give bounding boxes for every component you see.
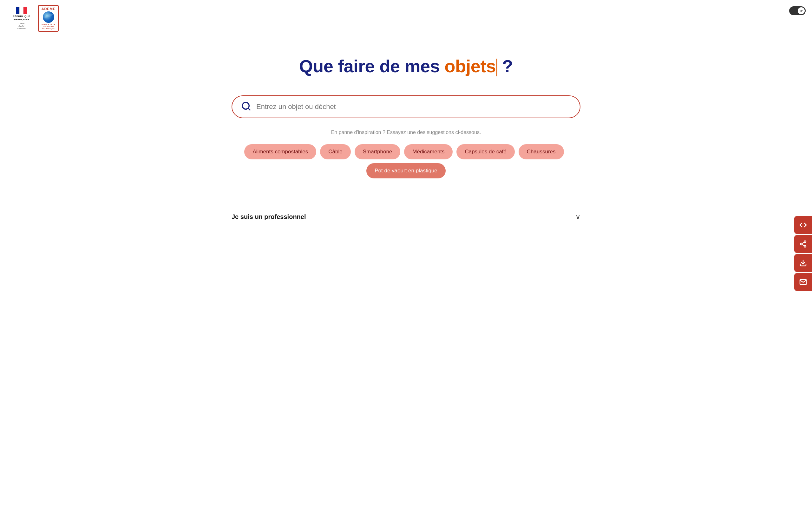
french-flag (16, 7, 27, 14)
suggestion-text: En panne d'inspiration ? Essayez une des… (331, 130, 481, 135)
contact-button[interactable] (794, 273, 812, 291)
logos-container: RÉPUBLIQUE FRANÇAISE Liberté Égalité Fra… (13, 5, 59, 32)
chip-smartphone[interactable]: Smartphone (355, 144, 401, 159)
sidebar-buttons (794, 216, 812, 291)
flag-red (23, 7, 27, 14)
accessibility-toggle-container: 👁 (789, 6, 806, 15)
share-button[interactable] (794, 235, 812, 253)
mail-icon (799, 278, 807, 286)
title-part2: ? (497, 56, 513, 76)
chips-container: Aliments compostables Câble Smartphone M… (232, 144, 580, 178)
professional-section: Je suis un professionnel ∨ (232, 204, 580, 230)
ademe-subtitle: AGENCE DE LATRANSITIONÉCOLOGIQUE (42, 23, 55, 30)
logo-ademe: ADEME AGENCE DE LATRANSITIONÉCOLOGIQUE (38, 5, 59, 32)
share-icon (799, 240, 807, 248)
rf-name: RÉPUBLIQUE FRANÇAISE (13, 15, 30, 21)
search-container (232, 95, 580, 118)
eye-icon: 👁 (800, 9, 803, 13)
flag-white (19, 7, 23, 14)
flag-blue (16, 7, 19, 14)
title-highlight: objets (444, 56, 497, 76)
professional-title: Je suis un professionnel (232, 213, 306, 221)
chip-medicaments[interactable]: Médicaments (404, 144, 453, 159)
logo-republique-francaise: RÉPUBLIQUE FRANÇAISE Liberté Égalité Fra… (13, 7, 30, 30)
chip-chaussures[interactable]: Chaussures (519, 144, 564, 159)
main-title: Que faire de mes objets ? (299, 56, 513, 76)
rf-motto: Liberté Égalité Fraternité (17, 22, 26, 30)
chip-aliments-compostables[interactable]: Aliments compostables (244, 144, 316, 159)
search-icon (241, 101, 251, 112)
chevron-down-icon: ∨ (575, 213, 580, 221)
svg-line-6 (802, 242, 804, 244)
chip-cable[interactable]: Câble (320, 144, 351, 159)
main-content: Que faire de mes objets ? En panne d'ins… (0, 37, 812, 243)
code-icon (799, 221, 807, 229)
svg-line-1 (248, 108, 250, 110)
ademe-name: ADEME (41, 7, 55, 11)
accessibility-toggle[interactable]: 👁 (789, 6, 806, 15)
search-input[interactable] (256, 103, 571, 111)
toggle-knob: 👁 (798, 7, 805, 14)
svg-line-5 (802, 245, 804, 246)
logo-divider (34, 10, 34, 26)
download-icon (799, 259, 807, 267)
professional-header[interactable]: Je suis un professionnel ∨ (232, 213, 580, 221)
cursor (496, 59, 497, 76)
download-button[interactable] (794, 254, 812, 272)
title-part1: Que faire de mes (299, 56, 444, 76)
search-bar (232, 95, 580, 118)
embed-button[interactable] (794, 216, 812, 234)
chip-capsules-cafe[interactable]: Capsules de café (456, 144, 514, 159)
chip-pot-yaourt[interactable]: Pot de yaourt en plastique (366, 163, 446, 178)
header: RÉPUBLIQUE FRANÇAISE Liberté Égalité Fra… (0, 0, 812, 37)
ademe-globe (43, 11, 54, 23)
